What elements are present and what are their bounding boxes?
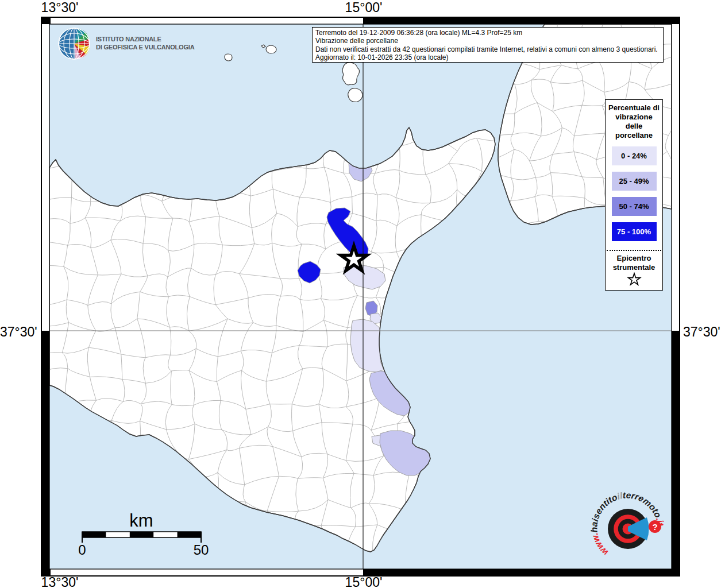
- legend-swatch-25-49: 25 - 49%: [612, 172, 657, 191]
- lon-label-bottom-left: 13°30': [32, 575, 87, 588]
- ingv-institute-name: ISTITUTO NAZIONALE DI GEOFISICA E VULCAN…: [96, 36, 194, 51]
- lon-label-top-center: 15°00': [336, 0, 391, 16]
- ingv-globe-logo: [59, 28, 90, 59]
- scale-bar-segment: [130, 532, 153, 537]
- legend-separator: [607, 250, 661, 251]
- scale-bar-segment: [82, 532, 106, 537]
- scale-bar-start-label: 0: [78, 542, 86, 558]
- lat-label-right: 37°30': [683, 324, 720, 340]
- earthquake-info-box: Terremoto del 19-12-2009 06:36:28 (ora l…: [312, 27, 664, 63]
- info-effect-line: Vibrazione delle porcellane: [315, 37, 660, 45]
- legend-title: Percentuale di vibrazione delle porcella…: [607, 103, 661, 140]
- island-alicudi: [225, 54, 232, 61]
- lon-label-top-left: 13°30': [32, 0, 87, 16]
- legend-epicenter-star-icon: [626, 272, 642, 287]
- map-interior: km 0 50 ? www.haisentit: [33, 10, 677, 569]
- frame-band-segment: [41, 17, 51, 24]
- island-salina: [266, 45, 276, 53]
- ingv-name-line1: ISTITUTO NAZIONALE: [96, 36, 194, 44]
- scale-bar-segment: [178, 532, 201, 537]
- legend-swatch-0-24: 0 - 24%: [612, 146, 657, 165]
- info-source-line: Dati non verificati estratti da 42 quest…: [315, 45, 660, 53]
- ingv-name-line2: DI GEOFISICA E VULCANOLOGIA: [96, 44, 194, 52]
- frame-band-segment: [672, 331, 680, 569]
- island-lipari: [342, 63, 359, 85]
- legend-swatch-label: 50 - 74%: [619, 202, 649, 211]
- info-event-line: Terremoto del 19-12-2009 06:36:28 (ora l…: [315, 29, 660, 37]
- frame-band-segment: [41, 331, 49, 569]
- legend-swatch-label: 0 - 24%: [621, 152, 647, 160]
- frame-band-segment: [363, 569, 680, 576]
- map-page: km 0 50 ? www.haisentit: [0, 0, 721, 588]
- legend-epicenter-title: Epicentro strumentale: [607, 254, 661, 272]
- scale-bar-end-label: 50: [194, 542, 209, 558]
- legend-swatch-75-100: 75 - 100%: [612, 222, 657, 241]
- scale-bar-unit: km: [129, 510, 153, 531]
- ingv-globe-grid: [59, 28, 90, 59]
- map-canvas: km 0 50 ? www.haisentit: [0, 0, 721, 588]
- info-updated-line: Aggiornato il: 10-01-2026 23:35 (ora loc…: [315, 53, 660, 61]
- frame-band-segment: [363, 17, 680, 24]
- legend-swatch-label: 75 - 100%: [617, 227, 651, 236]
- lat-label-left: 37°30': [0, 324, 37, 340]
- legend-swatch-50-74: 50 - 74%: [612, 197, 657, 216]
- legend-swatch-label: 25 - 49%: [619, 177, 649, 185]
- legend: Percentuale di vibrazione delle porcella…: [605, 99, 663, 291]
- island-vulcano: [348, 88, 363, 102]
- lon-label-bottom-center: 15°00': [336, 575, 391, 588]
